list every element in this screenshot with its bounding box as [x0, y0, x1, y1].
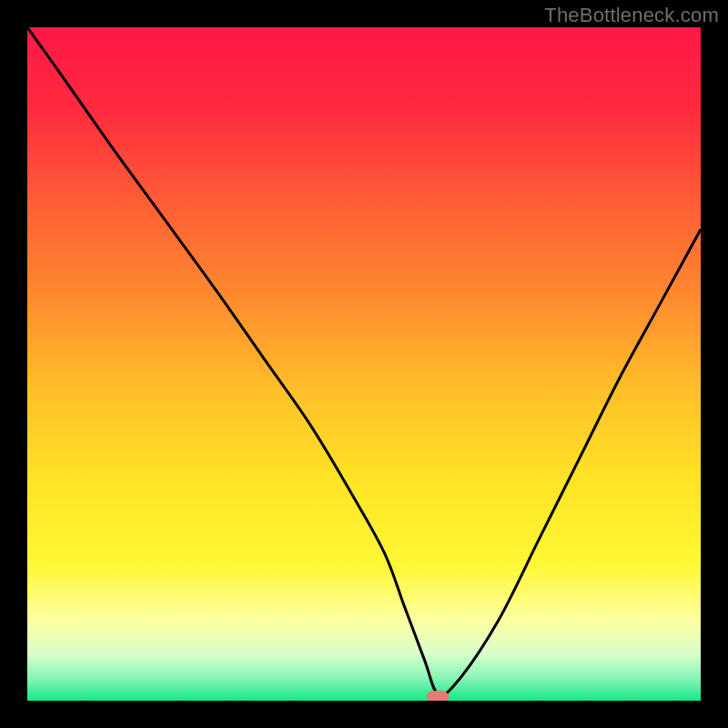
bottleneck-curve: [27, 27, 701, 701]
chart-frame: TheBottleneck.com: [0, 0, 728, 728]
plot-area: [27, 27, 701, 701]
minimum-marker: [427, 691, 449, 701]
watermark-text: TheBottleneck.com: [544, 4, 719, 27]
